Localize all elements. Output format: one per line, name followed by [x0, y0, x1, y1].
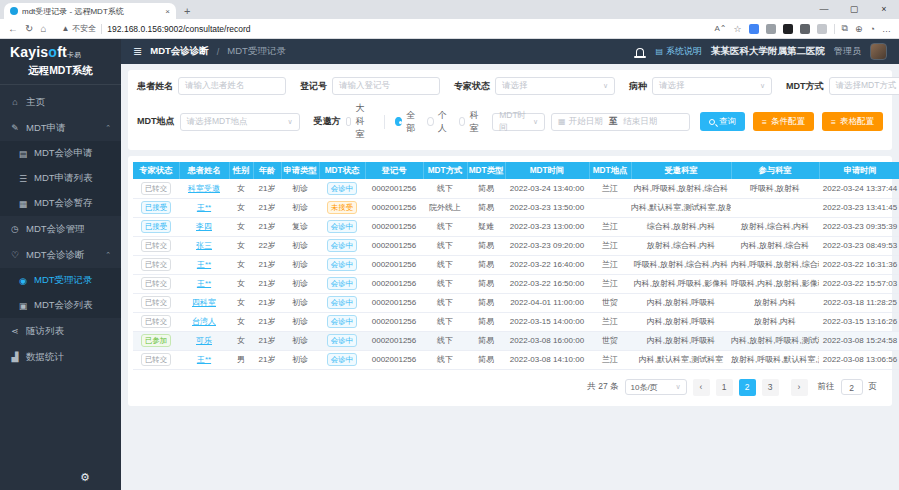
new-tab-button[interactable]: +: [184, 5, 190, 17]
extension-icon[interactable]: [783, 24, 793, 34]
patient-name-link[interactable]: 王**: [197, 260, 211, 269]
patient-name-link[interactable]: 四科室: [192, 298, 216, 307]
home-icon[interactable]: ⌂: [40, 23, 46, 34]
column-header: MDT地点: [589, 162, 631, 179]
total-count: 共 27 条: [587, 381, 618, 393]
maximize-button[interactable]: ▢: [839, 0, 869, 19]
cell-mdt-status: 会诊中: [319, 217, 365, 236]
browser-tab[interactable]: mdt受理记录 - 远程MDT系统 ×: [4, 3, 176, 19]
cell-mdt-mode: 线下: [423, 312, 467, 331]
goto-page-input[interactable]: 2: [841, 379, 863, 395]
patient-name-link[interactable]: 张三: [196, 241, 212, 250]
cell-joined-depts: 放射科,呼吸科,默认科室,测...: [731, 350, 819, 369]
sidebar-item-4[interactable]: ▦MDT会诊暂存: [0, 191, 121, 216]
cell-patient-name: 台湾人: [179, 312, 229, 331]
patient-name-link[interactable]: 王**: [197, 355, 211, 364]
page-button-2[interactable]: 2: [739, 379, 756, 396]
screen: mdt受理记录 - 远程MDT系统 × + — ▢ × ← ↻ ⌂ ▲不安全 1…: [0, 0, 899, 490]
invitee-radio-个人[interactable]: 个人: [427, 109, 459, 135]
invitee-radio-全部[interactable]: 全部: [395, 109, 427, 135]
cell-gender: 女: [229, 293, 253, 312]
cell-reg-no: 0002001256: [365, 350, 423, 369]
patient-name-input[interactable]: 请输入患者姓名: [178, 77, 286, 95]
browser-menu-icon[interactable]: …: [882, 24, 891, 34]
table-config-button[interactable]: ≡表格配置: [822, 112, 883, 131]
favorite-star-icon[interactable]: ☆: [734, 24, 742, 34]
search-button[interactable]: 查询: [700, 112, 745, 131]
extension-icon[interactable]: [817, 24, 827, 34]
collapse-menu-icon[interactable]: ≣: [133, 45, 142, 58]
back-icon[interactable]: ←: [8, 23, 18, 34]
user-avatar[interactable]: [870, 43, 887, 60]
sidebar-item-8[interactable]: ▣MDT会诊列表: [0, 293, 121, 318]
cell-mdt-type: 简易: [467, 293, 505, 312]
cell-invited-depts: 内科,放射科,呼吸科: [631, 312, 731, 331]
read-aloud-icon[interactable]: A⌃: [714, 24, 726, 33]
expert-status-select[interactable]: 请选择∨: [495, 77, 615, 95]
sidebar-item-7[interactable]: ◉MDT受理记录: [0, 268, 121, 293]
invitee-radio-科室[interactable]: 科室: [459, 109, 491, 135]
url-field[interactable]: ▲不安全 192.168.0.156:9002/consultate/recor…: [53, 21, 707, 36]
refresh-icon[interactable]: ↻: [25, 23, 33, 34]
sidebar-item-9[interactable]: ⋖随访列表: [0, 318, 121, 344]
sidebar-item-2[interactable]: ▤MDT会诊申请: [0, 141, 121, 166]
notification-bell-icon[interactable]: [636, 48, 644, 56]
cell-place: 兰江: [589, 312, 631, 331]
chevron-down-icon: ∨: [287, 118, 292, 126]
cell-invited-depts: 内科,放射科,呼吸科,影像科: [631, 274, 731, 293]
cell-invited-depts: 呼吸科,放射科,综合科,内科: [631, 255, 731, 274]
cell-mdt-time: 2022-03-08 16:00:00: [505, 331, 589, 350]
date-range-input[interactable]: ▦ 开始日期 至 结束日期: [551, 113, 690, 131]
sidebar-item-1[interactable]: ✎MDT申请⌃: [0, 115, 121, 141]
sidebar-item-3[interactable]: ☰MDT申请列表: [0, 166, 121, 191]
extension-icon[interactable]: [800, 24, 810, 34]
cell-apply-type: 初诊: [281, 331, 319, 350]
collections-icon[interactable]: ⊕: [855, 24, 863, 34]
tab-close-icon[interactable]: ×: [165, 7, 170, 16]
cell-expert-status: 已接受: [133, 217, 179, 236]
patient-name-link[interactable]: 王**: [197, 279, 211, 288]
cell-gender: 女: [229, 179, 253, 198]
cell-reg-no: 0002001256: [365, 198, 423, 217]
column-header: MDT时间: [505, 162, 589, 179]
profile-icon[interactable]: ◔: [870, 24, 875, 34]
page-button-3[interactable]: 3: [762, 379, 779, 396]
security-warning[interactable]: ▲不安全: [61, 23, 96, 34]
column-header: MDT方式: [423, 162, 467, 179]
disease-select[interactable]: 请选择∨: [652, 77, 772, 95]
split-screen-icon[interactable]: ⧉: [842, 23, 848, 34]
patient-name-link[interactable]: 李四: [196, 222, 212, 231]
mdt-mode-select[interactable]: 请选择MDT方式∨: [829, 77, 899, 95]
settings-gear-icon[interactable]: ⚙: [80, 471, 90, 484]
patient-name-link[interactable]: 台湾人: [192, 317, 216, 326]
extension-icon[interactable]: [766, 24, 776, 34]
sidebar-item-10[interactable]: ▟数据统计: [0, 344, 121, 370]
page-button-1[interactable]: 1: [716, 379, 733, 396]
close-button[interactable]: ×: [869, 0, 899, 19]
cell-gender: 女: [229, 217, 253, 236]
prev-page-button[interactable]: ‹: [693, 379, 710, 396]
cell-expert-status: 已转交: [133, 293, 179, 312]
big-dept-checkbox[interactable]: [346, 117, 352, 126]
register-no-input[interactable]: 请输入登记号: [332, 77, 440, 95]
next-page-button[interactable]: ›: [791, 379, 808, 396]
cell-patient-name: 张三: [179, 236, 229, 255]
patient-name-link[interactable]: 科室受邀: [188, 184, 220, 193]
cell-invited-depts: 内科,放射科,呼吸科: [631, 331, 731, 350]
column-header: 申请时间: [819, 162, 899, 179]
sidebar-item-0[interactable]: ⌂主页: [0, 89, 121, 115]
goto-unit: 页: [869, 381, 878, 393]
time-type-select[interactable]: MDT时间∨: [492, 113, 545, 131]
sidebar-item-5[interactable]: ◷MDT会诊管理: [0, 216, 121, 242]
chevron-up-icon: ⌃: [105, 124, 111, 132]
condition-config-button[interactable]: ≡条件配置: [753, 112, 814, 131]
minimize-button[interactable]: —: [809, 0, 839, 19]
page-size-select[interactable]: 10条/页∨: [625, 379, 687, 395]
sidebar-item-6[interactable]: ♡MDT会诊诊断⌃: [0, 242, 121, 268]
extension-icon[interactable]: [749, 24, 759, 34]
patient-name-link[interactable]: 王**: [197, 203, 211, 212]
mdt-mode-label: MDT方式: [786, 80, 824, 93]
mdt-place-select[interactable]: 请选择MDT地点∨: [180, 113, 300, 131]
system-help-link[interactable]: ▤系统说明: [655, 45, 702, 58]
patient-name-link[interactable]: 可乐: [196, 336, 212, 345]
